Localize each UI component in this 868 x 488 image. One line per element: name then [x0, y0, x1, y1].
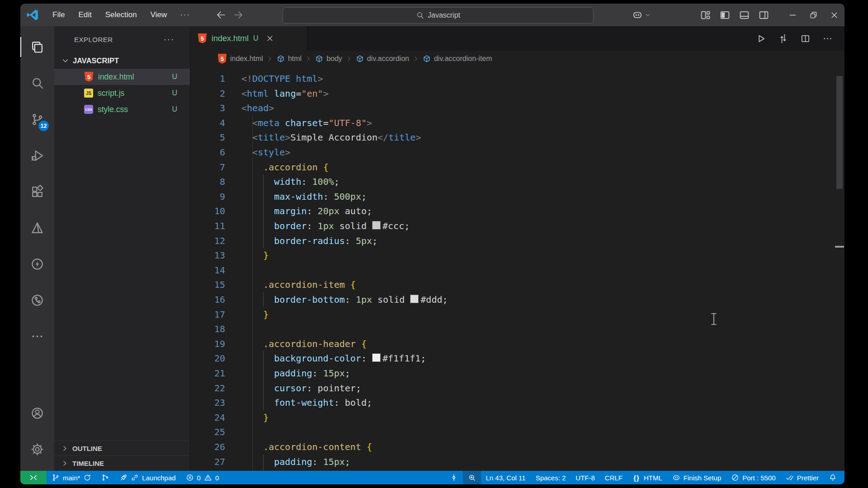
status-encoding[interactable]: UTF-8: [571, 471, 600, 484]
breadcrumb-div.accordion-item[interactable]: div.accordion-item: [423, 55, 492, 63]
status-commit-status[interactable]: [445, 471, 463, 484]
split-editor-icon[interactable]: [800, 33, 811, 44]
toggle-secondary-sidebar-icon[interactable]: [758, 9, 769, 21]
status-zoom-status[interactable]: [463, 471, 481, 484]
timeline-section[interactable]: TIMELINE: [54, 455, 190, 471]
menu-view[interactable]: View: [144, 10, 174, 19]
code-line-5: 5 <title>Simple Accordion</title>: [190, 130, 844, 145]
chevron-down-icon: [645, 12, 651, 18]
chevron-down-icon: [61, 57, 69, 65]
activity-extensions[interactable]: [20, 174, 54, 210]
activity-thunder-client[interactable]: [20, 246, 54, 282]
file-row-script.js[interactable]: JSscript.jsU: [54, 85, 190, 101]
code-line-20: 20 background-color: #f1f1f1;: [190, 351, 844, 366]
activity-run-debug[interactable]: [20, 137, 54, 174]
close-button[interactable]: [824, 4, 844, 26]
open-changes-icon[interactable]: [778, 33, 788, 44]
close-tab-icon[interactable]: [266, 34, 274, 42]
html-file-icon: 5: [198, 33, 207, 43]
activity-explorer[interactable]: [20, 29, 54, 65]
circle-slash-icon: [731, 474, 739, 482]
activity-account[interactable]: [20, 395, 54, 431]
menu-more-button[interactable]: ···: [174, 10, 197, 19]
menu-edit[interactable]: Edit: [71, 10, 98, 19]
tab-index-html[interactable]: 5 index.html U: [190, 26, 307, 51]
breadcrumb-div.accordion[interactable]: div.accordion: [356, 55, 409, 63]
code-line-26: 26 .accordion-content {: [190, 440, 844, 455]
more-icon: [30, 329, 44, 343]
file-name: style.css: [98, 105, 128, 114]
code-line-1: 1<!DOCTYPE html>: [190, 71, 844, 86]
status-right: Ln 43, Col 11Spaces: 2UTF-8CRLF{}HTMLFin…: [445, 471, 845, 484]
file-name: index.html: [98, 72, 134, 82]
folder-javascript[interactable]: JAVASCRIPT: [54, 52, 190, 69]
status-eol[interactable]: CRLF: [600, 471, 627, 484]
breadcrumb-separator-icon: [305, 56, 311, 62]
menu-selection[interactable]: Selection: [99, 10, 144, 19]
line-number: 2: [190, 86, 225, 101]
status-graph-status[interactable]: [96, 471, 114, 484]
search-icon: [30, 76, 44, 90]
code-line-25: 25: [190, 425, 844, 440]
code-line-22: 22 cursor: pointer;: [190, 381, 844, 396]
activity-source-control[interactable]: 12: [20, 101, 54, 137]
activity-prism[interactable]: [20, 210, 54, 246]
status-branch-status[interactable]: main*: [47, 471, 96, 484]
line-number: 22: [190, 381, 225, 396]
toggle-panel-icon[interactable]: [739, 9, 750, 21]
breadcrumb-index.html[interactable]: 5index.html: [217, 54, 263, 64]
activity-live-share[interactable]: [20, 282, 54, 318]
status-indentation[interactable]: Spaces: 2: [531, 471, 571, 484]
activity-settings[interactable]: [20, 431, 54, 467]
line-number: 7: [190, 160, 225, 175]
file-row-style.css[interactable]: CSSstyle.cssU: [54, 101, 190, 117]
color-swatch: [410, 295, 419, 303]
command-center-search[interactable]: Javascript: [283, 7, 594, 23]
breadcrumb-html[interactable]: html: [277, 55, 302, 63]
menu-file[interactable]: File: [46, 10, 71, 19]
sync-icon: [83, 474, 91, 482]
line-number: 20: [190, 351, 225, 366]
restore-button[interactable]: [803, 4, 824, 26]
back-arrow-icon[interactable]: [216, 9, 226, 20]
line-number: 23: [190, 395, 225, 410]
toggle-sidebar-icon[interactable]: [719, 9, 731, 21]
run-icon[interactable]: [756, 33, 766, 44]
code-line-12: 12 border-radius: 5px;: [190, 234, 844, 249]
git-status-badge: U: [172, 73, 177, 81]
chevron-right-icon: [61, 445, 68, 452]
code-area[interactable]: 1<!DOCTYPE html>2<html lang="en">3<head>…: [190, 67, 844, 471]
status-language-mode[interactable]: {}HTML: [627, 471, 667, 484]
breadcrumb-body[interactable]: body: [315, 55, 342, 63]
status-text: Finish Setup: [684, 474, 721, 482]
remote-indicator[interactable]: [20, 471, 47, 484]
customize-layout-icon[interactable]: [700, 9, 711, 21]
code-line-15: 15 .accordion-item {: [190, 277, 844, 292]
line-number: 1: [190, 71, 225, 86]
status-problems-status[interactable]: 00: [181, 471, 224, 484]
outline-section[interactable]: OUTLINE: [54, 441, 190, 456]
status-text: main*: [63, 474, 80, 482]
minimize-button[interactable]: [782, 4, 803, 26]
code-line-28: 28 display: none;: [190, 469, 844, 471]
status-launchpad-status[interactable]: Launchpad: [114, 471, 180, 484]
status-text: Prettier: [797, 474, 819, 482]
breadcrumb-label: index.html: [230, 55, 263, 63]
line-number: 6: [190, 145, 225, 160]
status-notifications[interactable]: [824, 471, 842, 484]
more-actions-icon[interactable]: [822, 33, 833, 44]
forward-arrow-icon[interactable]: [233, 9, 244, 20]
status-prettier-status[interactable]: Prettier: [781, 471, 824, 484]
status-copilot-setup[interactable]: Finish Setup: [667, 471, 726, 484]
copilot-icon: [632, 9, 643, 20]
file-row-index.html[interactable]: 5index.htmlU: [54, 69, 190, 85]
activity-search[interactable]: [20, 65, 54, 101]
status-cursor-position[interactable]: Ln 43, Col 11: [481, 471, 531, 484]
status-port-status[interactable]: Port : 5500: [726, 471, 780, 484]
activity-more[interactable]: [20, 318, 54, 354]
commit-icon: [450, 474, 458, 482]
color-swatch: [372, 353, 381, 362]
copilot-menu[interactable]: [632, 9, 651, 20]
explorer-more-button[interactable]: ···: [164, 35, 175, 44]
code-line-23: 23 font-weight: bold;: [190, 395, 844, 410]
